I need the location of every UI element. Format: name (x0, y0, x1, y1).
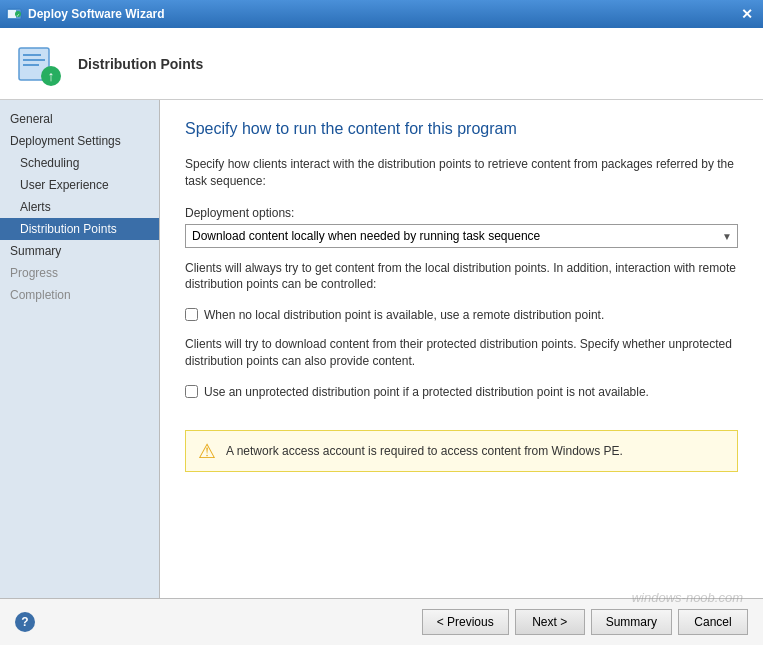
content-area: Specify how to run the content for this … (160, 100, 763, 598)
sidebar-item-distribution-points[interactable]: Distribution Points (0, 218, 159, 240)
sidebar-item-summary[interactable]: Summary (0, 240, 159, 262)
svg-rect-1 (8, 10, 16, 18)
title-bar: ✓ Deploy Software Wizard ✕ (0, 0, 763, 28)
info-text-2: Clients will try to download content fro… (185, 336, 738, 370)
footer-left: ? (15, 612, 35, 632)
help-button[interactable]: ? (15, 612, 35, 632)
checkbox-2-label[interactable]: Use an unprotected distribution point if… (204, 384, 649, 401)
next-button[interactable]: Next > (515, 609, 585, 635)
checkbox-remote-distribution[interactable] (185, 308, 198, 321)
sidebar-item-alerts[interactable]: Alerts (0, 196, 159, 218)
checkbox-row-2: Use an unprotected distribution point if… (185, 384, 738, 401)
warning-box: ⚠ A network access account is required t… (185, 430, 738, 472)
sidebar-item-progress: Progress (0, 262, 159, 284)
content-description: Specify how clients interact with the di… (185, 156, 738, 190)
svg-text:↑: ↑ (48, 68, 55, 84)
header-icon: ↑ (15, 40, 63, 88)
deployment-options-label: Deployment options: (185, 206, 738, 220)
sidebar-item-deployment-settings[interactable]: Deployment Settings (0, 130, 159, 152)
warning-icon: ⚠ (198, 439, 216, 463)
sidebar: General Deployment Settings Scheduling U… (0, 100, 160, 598)
wizard-body: General Deployment Settings Scheduling U… (0, 100, 763, 598)
title-bar-title: Deploy Software Wizard (28, 7, 165, 21)
wizard-header: ↑ Distribution Points (0, 28, 763, 100)
sidebar-item-user-experience[interactable]: User Experience (0, 174, 159, 196)
previous-button[interactable]: < Previous (422, 609, 509, 635)
info-text-1: Clients will always try to get content f… (185, 260, 738, 294)
checkbox-unprotected-distribution[interactable] (185, 385, 198, 398)
content-title: Specify how to run the content for this … (185, 120, 738, 138)
summary-button[interactable]: Summary (591, 609, 672, 635)
svg-rect-7 (23, 64, 39, 66)
wizard-footer: ? < Previous Next > Summary Cancel (0, 598, 763, 645)
svg-text:✓: ✓ (16, 12, 20, 18)
deployment-options-dropdown-wrapper: Download content locally when needed by … (185, 224, 738, 248)
sidebar-item-scheduling[interactable]: Scheduling (0, 152, 159, 174)
svg-rect-5 (23, 54, 41, 56)
wizard-container: ↑ Distribution Points General Deployment… (0, 28, 763, 645)
footer-buttons: < Previous Next > Summary Cancel (422, 609, 748, 635)
checkbox-1-label[interactable]: When no local distribution point is avai… (204, 307, 604, 324)
close-button[interactable]: ✕ (737, 4, 757, 24)
title-bar-left: ✓ Deploy Software Wizard (6, 6, 165, 22)
checkbox-row-1: When no local distribution point is avai… (185, 307, 738, 324)
cancel-button[interactable]: Cancel (678, 609, 748, 635)
deployment-options-select[interactable]: Download content locally when needed by … (185, 224, 738, 248)
wizard-icon: ✓ (6, 6, 22, 22)
sidebar-item-general[interactable]: General (0, 108, 159, 130)
svg-rect-6 (23, 59, 45, 61)
warning-text: A network access account is required to … (226, 444, 623, 458)
header-section-title: Distribution Points (78, 56, 203, 72)
sidebar-item-completion: Completion (0, 284, 159, 306)
